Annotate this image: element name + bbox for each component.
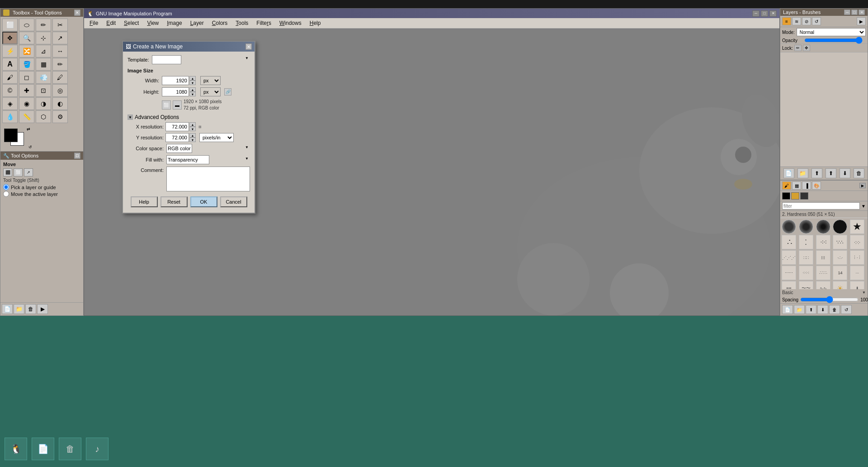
opacity-slider[interactable] bbox=[804, 38, 863, 43]
menu-image[interactable]: Image bbox=[163, 19, 185, 27]
menu-select[interactable]: Select bbox=[120, 19, 142, 27]
brush-item-curved[interactable]: 〜〜 bbox=[799, 281, 813, 289]
layers-options-button[interactable]: ▶ bbox=[857, 17, 866, 25]
layers-minimize-button[interactable]: ─ bbox=[844, 10, 850, 15]
tool-desaturate[interactable]: ◐ bbox=[52, 97, 68, 110]
landscape-button[interactable]: ▬ bbox=[173, 100, 182, 110]
brush-item-star[interactable]: ★ bbox=[850, 219, 864, 234]
taskbar-media-button[interactable]: ♪ bbox=[86, 438, 108, 460]
tool-ink[interactable]: 🖊 bbox=[52, 71, 68, 84]
layers-tab-icon-paths[interactable]: ⊘ bbox=[802, 17, 811, 25]
menu-edit[interactable]: Edit bbox=[103, 19, 119, 27]
layers-tab-icon-history[interactable]: ↺ bbox=[812, 17, 821, 25]
tool-options-close-button[interactable]: ⊡ bbox=[74, 152, 80, 159]
tool-fuzzy-select[interactable]: ✂ bbox=[52, 19, 68, 31]
layers-close-button[interactable]: ✕ bbox=[859, 10, 865, 15]
tool-eraser[interactable]: ◻ bbox=[19, 71, 34, 84]
brushes-refresh-button[interactable]: ↺ bbox=[841, 305, 852, 314]
brushes-basic-dropdown[interactable]: ▼ bbox=[862, 291, 866, 295]
brush-item-19[interactable]: ··· bbox=[850, 266, 864, 280]
tool-crop[interactable]: ⊹ bbox=[36, 32, 51, 44]
radio-pick-layer-input[interactable] bbox=[3, 184, 9, 190]
x-resolution-down-button[interactable]: ▼ bbox=[189, 127, 196, 131]
brush-item-12[interactable]: ⁝⁝⁝ bbox=[816, 250, 830, 265]
brush-item-8[interactable]: ∵∴ bbox=[833, 235, 847, 249]
tool-move[interactable]: ✥ bbox=[2, 32, 18, 44]
brush-item-2[interactable] bbox=[799, 219, 813, 234]
brush-item-5[interactable]: ∴ bbox=[782, 235, 796, 249]
brushes-upload-button[interactable]: ⬆ bbox=[806, 305, 816, 314]
reset-colors-icon[interactable]: ↺ bbox=[28, 145, 32, 149]
x-resolution-input[interactable] bbox=[165, 122, 189, 131]
brushes-folder-button[interactable]: 📁 bbox=[794, 305, 805, 314]
tool-heal[interactable]: ✚ bbox=[19, 84, 34, 97]
tool-blend[interactable]: ▦ bbox=[36, 58, 51, 71]
brush-item-9[interactable]: ·:·:· bbox=[850, 235, 864, 249]
x-resolution-up-button[interactable]: ▲ bbox=[189, 122, 196, 127]
reset-button[interactable]: Reset bbox=[160, 196, 188, 207]
height-input[interactable] bbox=[162, 87, 189, 96]
brush-item-1[interactable] bbox=[782, 219, 796, 234]
layers-new-button[interactable]: 📄 bbox=[783, 168, 794, 178]
tool-rotate[interactable]: ↗ bbox=[52, 32, 68, 44]
tool-color-picker[interactable]: 💧 bbox=[2, 110, 18, 123]
brushes-filter-input[interactable] bbox=[782, 202, 860, 210]
brush-item-3[interactable] bbox=[816, 219, 830, 234]
tool-pencil[interactable]: ✏ bbox=[52, 58, 68, 71]
tool-sharpen[interactable]: ◈ bbox=[2, 97, 18, 110]
brush-item-7[interactable]: ⁖⁖ bbox=[816, 235, 830, 249]
dialog-close-button[interactable]: ✕ bbox=[245, 43, 252, 50]
height-down-button[interactable]: ▼ bbox=[189, 92, 196, 96]
foreground-color-swatch[interactable] bbox=[4, 129, 18, 142]
radio-move-active-input[interactable] bbox=[3, 191, 9, 197]
template-select[interactable]: Web 640x480 800x600 1024x768 1920x1080 bbox=[152, 55, 181, 64]
menu-layer[interactable]: Layer bbox=[187, 19, 208, 27]
toolbox-open-btn[interactable]: 📁 bbox=[14, 304, 24, 314]
brush-item-4[interactable] bbox=[833, 219, 847, 234]
portrait-button[interactable]: ⬜ bbox=[162, 100, 171, 110]
tool-blur[interactable]: ◎ bbox=[52, 84, 68, 97]
tool-rect-select[interactable]: ⬜ bbox=[2, 19, 18, 31]
brush-color-dark[interactable] bbox=[800, 192, 808, 200]
tool-free-select[interactable]: ✏ bbox=[36, 19, 51, 31]
tool-paths[interactable]: ⬡ bbox=[36, 110, 51, 123]
brush-item-6[interactable]: ⁚ bbox=[799, 235, 813, 249]
fill-with-select[interactable]: Transparency White Black Background Colo… bbox=[166, 155, 209, 164]
color-space-select[interactable]: RGB color Grayscale CMYK bbox=[166, 144, 192, 153]
toolbox-play-btn[interactable]: ▶ bbox=[37, 304, 48, 314]
help-button[interactable]: Help bbox=[131, 196, 158, 207]
toolbox-titlebar[interactable]: Toolbox - Tool Options ✕ bbox=[0, 9, 83, 17]
toolbox-trash-btn[interactable]: 🗑 bbox=[25, 304, 36, 314]
layers-tab-icon-channels[interactable]: ≋ bbox=[792, 17, 801, 25]
width-down-button[interactable]: ▼ bbox=[189, 81, 196, 85]
gimp-minimize-button[interactable]: ─ bbox=[752, 10, 760, 17]
toolbox-close-button[interactable]: ✕ bbox=[74, 10, 80, 16]
mode-select[interactable]: Normal Multiply Screen bbox=[797, 28, 866, 36]
layers-folder-button[interactable]: 📁 bbox=[797, 168, 808, 178]
tool-perspective-clone[interactable]: ⊡ bbox=[36, 84, 51, 97]
tool-measure[interactable]: 📏 bbox=[19, 110, 34, 123]
width-up-button[interactable]: ▲ bbox=[189, 76, 196, 81]
toolbox-new-image-btn[interactable]: 📄 bbox=[2, 304, 13, 314]
radio-move-active[interactable]: Move the active layer bbox=[3, 191, 80, 197]
brush-item-number[interactable]: 14 bbox=[833, 266, 847, 280]
tool-scale[interactable]: ⚡ bbox=[2, 45, 18, 57]
swap-colors-icon[interactable]: ⇄ bbox=[27, 127, 30, 131]
width-unit-select[interactable]: px in mm cm bbox=[200, 76, 221, 85]
tool-ellipse-select[interactable]: ⬭ bbox=[19, 19, 34, 31]
layers-delete-button[interactable]: 🗑 bbox=[854, 168, 864, 178]
taskbar-gimp-button[interactable]: 🐧 bbox=[5, 438, 27, 460]
layers-tab-icon-layers[interactable]: ≡ bbox=[782, 17, 791, 25]
y-resolution-up-button[interactable]: ▲ bbox=[189, 133, 196, 138]
layers-down-button[interactable]: ⬇ bbox=[840, 168, 850, 178]
taskbar-trash-button[interactable]: 🗑 bbox=[59, 438, 81, 460]
tool-options-titlebar[interactable]: 🔧 Tool Options ⊡ bbox=[0, 152, 83, 160]
gimp-maximize-button[interactable]: □ bbox=[761, 10, 768, 17]
brushes-delete-button[interactable]: 🗑 bbox=[829, 305, 840, 314]
ok-button[interactable]: OK bbox=[190, 196, 217, 207]
brushes-options-button[interactable]: ▶ bbox=[859, 183, 866, 188]
move-mode-layer[interactable]: ⬛ bbox=[3, 168, 12, 176]
brush-item-10[interactable]: ⋰⋰⋰ bbox=[782, 250, 796, 265]
brush-item-15[interactable]: ⋯⋯ bbox=[782, 266, 796, 280]
menu-file[interactable]: File bbox=[86, 19, 102, 27]
